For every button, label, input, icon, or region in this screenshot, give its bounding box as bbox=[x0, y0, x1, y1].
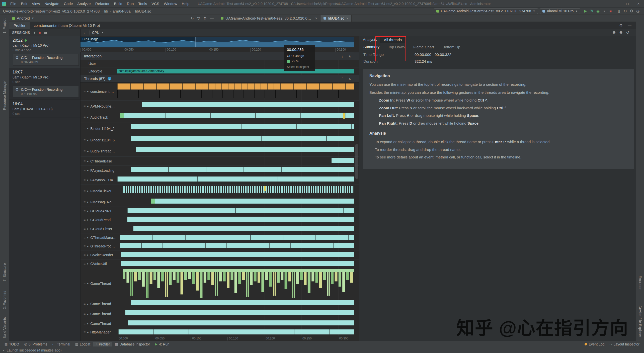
thread-activity-bar[interactable] bbox=[120, 113, 354, 118]
thread-activity-bar[interactable] bbox=[127, 217, 354, 222]
thread-activity-bar[interactable] bbox=[123, 186, 354, 193]
drag-handle-icon[interactable]: ≡ bbox=[84, 159, 86, 163]
interaction-section-header[interactable]: Interaction ⋮ ∧ bbox=[80, 52, 359, 60]
run-icon[interactable]: ▶ bbox=[582, 8, 589, 14]
breadcrumb-item[interactable]: UAGame-Android-Test-arm64-es2_v0.2.0.102… bbox=[3, 9, 100, 13]
thread-label[interactable]: ≡▸GCloudANRThread bbox=[80, 207, 117, 215]
drag-handle-icon[interactable]: ≡ bbox=[84, 244, 86, 248]
thread-activity-bar[interactable] bbox=[118, 329, 354, 334]
menu-edit[interactable]: Edit bbox=[19, 1, 30, 7]
filter-icon[interactable]: ▽ bbox=[197, 16, 200, 20]
run-configuration-combo[interactable]: UAGame-Android-Test-arm64-es2_v0.2.0.102… bbox=[434, 8, 538, 14]
minimap-selection[interactable] bbox=[195, 37, 354, 47]
session-recording[interactable]: ⚙C/C++ Function Recording00:11:01.958 bbox=[13, 86, 79, 98]
close-tab-icon[interactable]: × bbox=[346, 16, 348, 20]
expand-arrow-icon[interactable]: ▸ bbox=[87, 245, 89, 247]
drag-handle-icon[interactable]: ≡ bbox=[84, 104, 86, 108]
thread-label[interactable]: ≡▸Binder:11194_2 bbox=[80, 123, 117, 134]
thread-label[interactable]: ≡▸CThreadBase bbox=[80, 157, 117, 165]
thread-label[interactable]: ≡▸FMediaTicker bbox=[80, 185, 117, 197]
thread-label[interactable]: ≡▸com.tencent.mf.u... bbox=[80, 82, 117, 100]
thread-label[interactable]: ≡▸HttpManager bbox=[80, 328, 117, 336]
expand-arrow-icon[interactable]: ▸ bbox=[87, 262, 89, 265]
stop-session-icon[interactable]: ■ bbox=[39, 31, 41, 35]
threads-section-header[interactable]: Threads (57) ? ⋮ ∧ bbox=[80, 75, 359, 82]
statusbar-event-log[interactable]: Event Log bbox=[582, 342, 607, 346]
thread-label[interactable]: ≡▸GameThread bbox=[80, 268, 117, 299]
drag-handle-icon[interactable]: ≡ bbox=[84, 200, 86, 204]
thread-activity-bar[interactable] bbox=[151, 199, 354, 204]
thread-activity-bar[interactable] bbox=[120, 235, 354, 240]
thread-label[interactable]: ≡▸GameThread bbox=[80, 319, 117, 328]
zoom-in-icon[interactable]: ⊕ bbox=[619, 30, 622, 35]
thread-activity-bar[interactable] bbox=[131, 136, 354, 141]
menu-refactor[interactable]: Refactor bbox=[93, 1, 112, 7]
hide-icon[interactable]: — bbox=[628, 23, 631, 28]
session-item[interactable]: 16:04uam (HUAWEI LIO-AL00)0 sec bbox=[9, 100, 80, 118]
editor-tab-1[interactable]: UAGame-Android-Test-arm64-es2_v0.2.0.102… bbox=[218, 15, 320, 22]
thread-timeline[interactable] bbox=[117, 197, 354, 207]
lifecycle-row-label[interactable]: Lifecycle bbox=[80, 67, 117, 75]
drag-handle-icon[interactable]: ≡ bbox=[84, 262, 86, 266]
expand-arrow-icon[interactable]: ▸ bbox=[87, 116, 89, 119]
vertical-scrollbar[interactable] bbox=[355, 144, 358, 179]
thread-timeline[interactable] bbox=[117, 259, 354, 268]
tool-strip-emulator[interactable]: Emulator bbox=[636, 276, 644, 290]
menu-help[interactable]: Help bbox=[180, 1, 192, 7]
thread-activity-bar[interactable] bbox=[125, 310, 354, 315]
expand-arrow-icon[interactable]: ▸ bbox=[87, 236, 89, 239]
thread-timeline[interactable] bbox=[117, 175, 354, 185]
session-item[interactable]: 16:07uam (Xiaomi Mi 10 Pro)0 sec⚙C/C++ F… bbox=[9, 68, 80, 100]
kebab-menu-icon[interactable]: ⋮ bbox=[341, 77, 344, 81]
thread-activity-bar[interactable] bbox=[121, 252, 354, 257]
menu-code[interactable]: Code bbox=[61, 1, 75, 7]
thread-activity-bar[interactable] bbox=[131, 300, 354, 305]
menu-window[interactable]: Window bbox=[162, 1, 179, 7]
statusbar-4-run[interactable]: ▶4: Run bbox=[152, 342, 172, 346]
drag-handle-icon[interactable]: ≡ bbox=[84, 178, 86, 182]
menu-build[interactable]: Build bbox=[112, 1, 124, 7]
stop-icon[interactable]: ■ bbox=[607, 8, 614, 14]
thread-timeline[interactable] bbox=[117, 82, 354, 100]
thread-timeline[interactable] bbox=[117, 268, 354, 299]
notifications-icon[interactable]: ◷ bbox=[635, 8, 641, 14]
thread-activity-bar[interactable] bbox=[117, 176, 354, 182]
user-row-timeline[interactable] bbox=[117, 60, 354, 67]
expand-arrow-icon[interactable]: ▸ bbox=[87, 303, 89, 305]
thread-label[interactable]: ≡▸Bugly-ThreadMon bbox=[80, 146, 117, 156]
activity-lifecycle-bar[interactable]: com.epicgames.ue4.GameActivity bbox=[117, 69, 354, 73]
expand-arrow-icon[interactable]: ▸ bbox=[87, 139, 89, 141]
expand-arrow-icon[interactable]: ▸ bbox=[87, 227, 89, 230]
thread-activity-bar[interactable] bbox=[142, 102, 354, 107]
apply-changes-icon[interactable]: ↻ bbox=[589, 8, 595, 14]
statusbar-6-problems[interactable]: ◎6: Problems bbox=[22, 342, 50, 346]
hide-icon[interactable]: — bbox=[210, 16, 214, 20]
sync-icon[interactable]: ↻ bbox=[191, 16, 194, 20]
expand-arrow-icon[interactable]: ▸ bbox=[87, 218, 89, 221]
drag-handle-icon[interactable]: ≡ bbox=[84, 168, 86, 172]
search-everywhere-icon[interactable]: ⊙ bbox=[622, 8, 628, 14]
thread-label[interactable]: ≡▸GThreadProcess bbox=[80, 242, 117, 250]
collapse-icon[interactable]: ∧ bbox=[349, 54, 351, 58]
subtab-flame-chart[interactable]: Flame Chart bbox=[413, 45, 434, 49]
close-tab-icon[interactable]: × bbox=[315, 16, 317, 20]
thread-timeline[interactable] bbox=[117, 112, 354, 123]
settings-icon[interactable]: ⚙ bbox=[204, 16, 207, 20]
thread-timeline[interactable] bbox=[117, 233, 354, 242]
editor-tab-2[interactable]: libUE4.so× bbox=[320, 15, 352, 22]
tool-strip-7-structure[interactable]: 7: Structure bbox=[0, 263, 9, 281]
thread-timeline[interactable] bbox=[117, 328, 354, 336]
subtab-bottom-up[interactable]: Bottom Up bbox=[442, 45, 460, 49]
drag-handle-icon[interactable]: ≡ bbox=[84, 253, 86, 257]
drag-handle-icon[interactable]: ≡ bbox=[84, 115, 86, 119]
expand-arrow-icon[interactable]: ▸ bbox=[87, 210, 89, 212]
thread-timeline[interactable] bbox=[117, 146, 354, 156]
thread-timeline[interactable] bbox=[117, 309, 354, 319]
tool-strip-2-favorites[interactable]: 2: Favorites bbox=[0, 291, 9, 309]
thread-label[interactable]: ≡▸AudioTrack bbox=[80, 112, 117, 123]
capture-icon[interactable]: ▭ bbox=[44, 31, 47, 35]
thread-timeline[interactable] bbox=[117, 101, 354, 112]
thread-activity-bar[interactable] bbox=[131, 124, 354, 129]
drag-handle-icon[interactable]: ≡ bbox=[84, 127, 86, 131]
menu-view[interactable]: View bbox=[30, 1, 42, 7]
